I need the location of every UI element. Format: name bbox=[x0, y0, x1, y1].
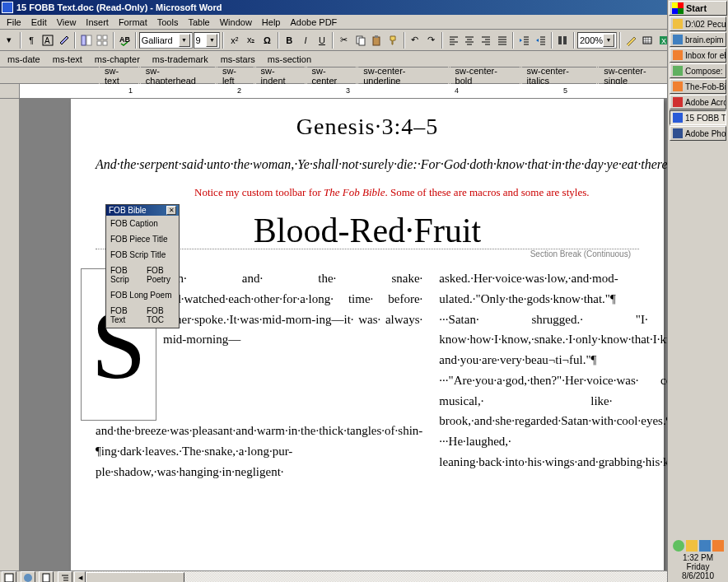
svg-rect-13 bbox=[558, 36, 562, 44]
menu-edit[interactable]: Edit bbox=[26, 16, 52, 28]
tray-icon[interactable] bbox=[699, 540, 711, 552]
increase-indent-icon[interactable] bbox=[533, 31, 548, 49]
normal-view-icon[interactable] bbox=[2, 571, 16, 582]
window-title: 15 FOBB Text.doc (Read-Only) - Microsoft… bbox=[16, 2, 222, 12]
fob-text-button[interactable]: FOB Text bbox=[106, 303, 142, 328]
zoom-combo[interactable]: 200%▼ bbox=[577, 32, 617, 49]
macro-ms-date[interactable]: ms-date bbox=[2, 53, 46, 66]
copy-icon[interactable] bbox=[352, 31, 368, 49]
start-button[interactable]: Start bbox=[669, 1, 727, 16]
fob-bible-toolbar[interactable]: FOB Bible ✕ FOB Caption FOB Piece Title … bbox=[105, 204, 180, 328]
chevron-down-icon[interactable]: ▼ bbox=[206, 34, 217, 47]
menu-tools[interactable]: Tools bbox=[152, 16, 184, 28]
font-combo-value: Galliard bbox=[142, 35, 173, 45]
clock-time[interactable]: 1:32 PM bbox=[670, 553, 726, 562]
vertical-ruler[interactable] bbox=[0, 99, 20, 570]
taskbar-item[interactable]: The-Fob-Bible... bbox=[670, 79, 726, 94]
chevron-down-icon[interactable]: ▼ bbox=[179, 34, 190, 47]
fob-toc-button[interactable]: FOB TOC bbox=[142, 303, 179, 328]
spell-check-icon[interactable]: ABC bbox=[117, 31, 133, 49]
style-dropdown-icon[interactable]: ▾ bbox=[2, 31, 17, 49]
menu-view[interactable]: View bbox=[52, 16, 82, 28]
fob-caption-button[interactable]: FOB Caption bbox=[106, 216, 179, 231]
chevron-down-icon[interactable]: ▼ bbox=[603, 34, 614, 47]
tray-icon[interactable] bbox=[686, 540, 698, 552]
menu-adobe-pdf[interactable]: Adobe PDF bbox=[285, 16, 342, 28]
web-view-icon[interactable] bbox=[21, 571, 35, 582]
pilcrow-icon[interactable]: ¶ bbox=[24, 31, 40, 49]
task-app-icon bbox=[673, 128, 683, 138]
hscroll-thumb[interactable] bbox=[86, 572, 184, 583]
horizontal-ruler[interactable]: 1 2 3 4 5 bbox=[20, 84, 715, 99]
tray-icon[interactable] bbox=[673, 540, 684, 552]
tray-icon[interactable] bbox=[712, 540, 724, 552]
table-icon[interactable] bbox=[640, 31, 656, 49]
close-icon[interactable]: ✕ bbox=[166, 206, 176, 215]
paste-icon[interactable] bbox=[369, 31, 385, 49]
fob-piece-title-button[interactable]: FOB Piece Title bbox=[106, 231, 179, 247]
document-area[interactable]: Genesis·3:4–5 And·the·serpent·said·unto·… bbox=[20, 99, 715, 570]
fob-toolbar-title[interactable]: FOB Bible ✕ bbox=[106, 205, 179, 216]
ruler-mark: 1 bbox=[128, 86, 133, 95]
highlight-icon[interactable] bbox=[56, 31, 72, 49]
columns-icon[interactable] bbox=[555, 31, 571, 49]
fob-poetry-button[interactable]: FOB Poetry bbox=[142, 263, 179, 287]
toggle-a-icon[interactable]: A bbox=[40, 31, 56, 49]
align-center-icon[interactable] bbox=[462, 31, 478, 49]
taskbar-item[interactable]: Inbox for ebe... bbox=[670, 48, 726, 63]
horizontal-scrollbar[interactable]: ◀ ▶ bbox=[0, 570, 728, 582]
align-justify-icon[interactable] bbox=[495, 31, 511, 49]
outline-view-icon[interactable] bbox=[58, 571, 72, 582]
fob-scrip-title-button[interactable]: FOB Scrip Title bbox=[106, 247, 179, 263]
format-painter-icon[interactable] bbox=[385, 31, 401, 49]
taskbar-item[interactable]: brain.epim - E... bbox=[670, 32, 726, 47]
task-app-icon bbox=[673, 35, 683, 44]
task-label: Adobe Acroba... bbox=[685, 98, 726, 107]
menu-format[interactable]: Format bbox=[114, 16, 152, 28]
svg-rect-26 bbox=[43, 574, 49, 582]
page: Genesis·3:4–5 And·the·serpent·said·unto·… bbox=[71, 99, 664, 570]
drawing-icon[interactable] bbox=[623, 31, 639, 49]
bold-icon[interactable]: B bbox=[282, 31, 297, 49]
align-left-icon[interactable] bbox=[446, 31, 461, 49]
italic-icon[interactable]: I bbox=[298, 31, 314, 49]
windows-logo-icon bbox=[672, 2, 684, 14]
undo-icon[interactable]: ↶ bbox=[408, 31, 423, 49]
svg-text:X: X bbox=[661, 37, 666, 45]
redo-icon[interactable]: ↷ bbox=[423, 31, 439, 49]
document-map-icon[interactable] bbox=[78, 31, 94, 49]
svg-rect-6 bbox=[97, 41, 101, 45]
task-label: brain.epim - E... bbox=[685, 35, 726, 44]
fob-long-poem-button[interactable]: FOB Long Poem bbox=[106, 287, 179, 303]
decrease-indent-icon[interactable] bbox=[516, 31, 532, 49]
underline-icon[interactable]: U bbox=[315, 31, 330, 49]
size-combo[interactable]: 9▼ bbox=[194, 32, 221, 49]
taskbar: Start D:\02 Peculia...brain.epim - E...I… bbox=[667, 0, 728, 582]
menu-help[interactable]: Help bbox=[257, 16, 286, 28]
svg-rect-7 bbox=[103, 41, 107, 45]
taskbar-item[interactable]: Compose: Re:... bbox=[670, 63, 726, 78]
hscroll-track[interactable] bbox=[86, 571, 703, 582]
formatting-toolbar: ▾ ¶ A ABC Galliard▼ 9▼ x² x₂ Ω B I U ✂ ↶… bbox=[0, 30, 728, 51]
subscript-icon[interactable]: x₂ bbox=[243, 31, 259, 49]
cut-icon[interactable]: ✂ bbox=[336, 31, 352, 49]
task-app-icon bbox=[673, 81, 683, 91]
font-combo[interactable]: Galliard▼ bbox=[139, 32, 193, 49]
fob-scrip-button[interactable]: FOB Scrip bbox=[106, 263, 142, 287]
thumbnails-icon[interactable] bbox=[95, 31, 110, 49]
menu-window[interactable]: Window bbox=[215, 16, 257, 28]
menu-insert[interactable]: Insert bbox=[81, 16, 114, 28]
superscript-icon[interactable]: x² bbox=[226, 31, 242, 49]
macro-ms-text[interactable]: ms-text bbox=[47, 53, 88, 66]
scroll-left-icon[interactable]: ◀ bbox=[74, 571, 86, 582]
taskbar-item[interactable]: 15 FOBB T... bbox=[670, 110, 726, 125]
align-right-icon[interactable] bbox=[478, 31, 494, 49]
task-label: The-Fob-Bible... bbox=[685, 82, 726, 91]
print-view-icon[interactable] bbox=[39, 571, 54, 582]
taskbar-item[interactable]: Adobe Photos... bbox=[670, 126, 726, 141]
taskbar-item[interactable]: Adobe Acroba... bbox=[670, 95, 726, 109]
menu-table[interactable]: Table bbox=[183, 16, 214, 28]
menu-file[interactable]: File bbox=[2, 16, 26, 28]
symbol-omega-icon[interactable]: Ω bbox=[259, 31, 275, 49]
taskbar-item[interactable]: D:\02 Peculia... bbox=[670, 16, 726, 31]
